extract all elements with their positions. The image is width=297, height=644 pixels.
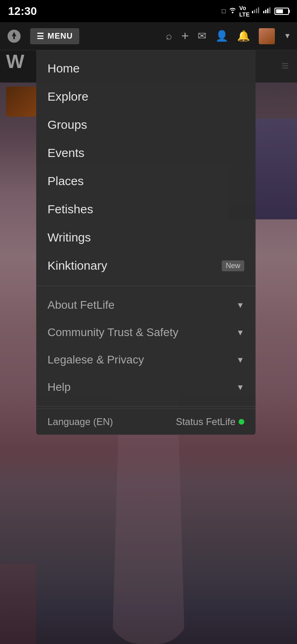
status-label: Status FetLife — [176, 416, 235, 427]
chevron-about-icon: ▼ — [236, 301, 244, 310]
avatar-dropdown-icon[interactable]: ▼ — [284, 32, 291, 40]
menu-item-places-label: Places — [47, 174, 84, 188]
menu-footer: Language (EN) Status FetLife — [36, 409, 256, 435]
svg-rect-5 — [265, 10, 266, 13]
menu-item-home[interactable]: Home — [36, 54, 256, 83]
notifications-icon[interactable]: 🔔 — [237, 30, 250, 42]
nav-icons: ⌕ + ✉ 👤 🔔 ▼ — [166, 28, 291, 44]
menu-item-home-label: Home — [47, 62, 80, 75]
hamburger-icon: ☰ — [37, 31, 44, 41]
menu-item-events[interactable]: Events — [36, 139, 256, 167]
svg-rect-0 — [252, 11, 253, 13]
messages-icon[interactable]: ✉ — [198, 30, 206, 42]
menu-divider-1 — [36, 286, 256, 286]
svg-rect-3 — [258, 7, 259, 13]
wifi-icon — [228, 7, 237, 15]
menu-item-writings[interactable]: Writings — [36, 223, 256, 252]
search-icon[interactable]: ⌕ — [166, 30, 172, 42]
menu-label: MENU — [47, 31, 73, 41]
menu-item-help[interactable]: Help ▼ — [36, 374, 256, 401]
list-view-icon[interactable]: ≡ — [281, 58, 289, 73]
menu-primary-section: Home Explore Groups Events Places Fetish… — [36, 50, 256, 284]
menu-item-fetishes-label: Fetishes — [47, 202, 93, 216]
menu-item-kinktionary[interactable]: Kinktionary New — [36, 252, 256, 280]
chevron-trust-icon: ▼ — [236, 328, 244, 337]
profile-icon[interactable]: 👤 — [215, 30, 228, 42]
svg-rect-2 — [256, 8, 257, 13]
menu-item-places[interactable]: Places — [36, 167, 256, 195]
feed-thumbnail — [6, 87, 36, 117]
app-logo[interactable] — [6, 28, 22, 44]
menu-item-writings-label: Writings — [47, 231, 91, 244]
menu-item-legalese[interactable]: Legalese & Privacy ▼ — [36, 346, 256, 374]
menu-item-groups[interactable]: Groups — [36, 111, 256, 139]
menu-item-about[interactable]: About FetLife ▼ — [36, 291, 256, 319]
language-selector[interactable]: Language (EN) — [47, 416, 113, 427]
nav-bar: ☰ MENU ⌕ + ✉ 👤 🔔 ▼ — [0, 22, 297, 50]
status-dot — [239, 419, 244, 425]
menu-item-help-label: Help — [47, 381, 71, 394]
status-time: 12:30 — [8, 5, 37, 18]
svg-rect-7 — [269, 7, 270, 13]
status-icons: □ VoLTE — [222, 5, 289, 18]
svg-rect-1 — [254, 10, 255, 13]
menu-item-fetishes[interactable]: Fetishes — [36, 195, 256, 223]
menu-item-legalese-label: Legalese & Privacy — [47, 353, 144, 366]
menu-item-explore[interactable]: Explore — [36, 83, 256, 111]
menu-button[interactable]: ☰ MENU — [30, 28, 79, 44]
battery-icon — [274, 8, 289, 15]
kinktionary-badge: New — [222, 260, 244, 271]
avatar[interactable] — [259, 28, 275, 44]
add-icon[interactable]: + — [181, 29, 189, 43]
signal-icon-1 — [252, 7, 261, 15]
more-options-icon[interactable]: ··· — [277, 95, 289, 106]
menu-item-about-label: About FetLife — [47, 299, 115, 312]
status-indicator: Status FetLife — [176, 416, 244, 427]
signal-icon-2 — [263, 7, 272, 15]
menu-item-kinktionary-label: Kinktionary — [47, 259, 107, 272]
menu-item-events-label: Events — [47, 146, 85, 160]
feed-partial-letter: W — [6, 50, 24, 72]
notification-status-icon: □ — [222, 8, 226, 15]
chevron-legalese-icon: ▼ — [236, 355, 244, 365]
chevron-help-icon: ▼ — [236, 383, 244, 392]
status-bar: 12:30 □ VoLTE — [0, 0, 297, 22]
menu-item-groups-label: Groups — [47, 118, 87, 132]
menu-divider-2 — [36, 406, 256, 407]
menu-secondary-section: About FetLife ▼ Community Trust & Safety… — [36, 288, 256, 404]
menu-item-trust[interactable]: Community Trust & Safety ▼ — [36, 319, 256, 346]
feed-bottom-image — [0, 564, 36, 644]
menu-item-trust-label: Community Trust & Safety — [47, 326, 178, 339]
svg-rect-6 — [267, 8, 268, 13]
dropdown-menu: Home Explore Groups Events Places Fetish… — [36, 50, 256, 435]
volte-icon: VoLTE — [239, 5, 250, 18]
menu-item-explore-label: Explore — [47, 90, 89, 103]
svg-rect-4 — [263, 11, 264, 13]
